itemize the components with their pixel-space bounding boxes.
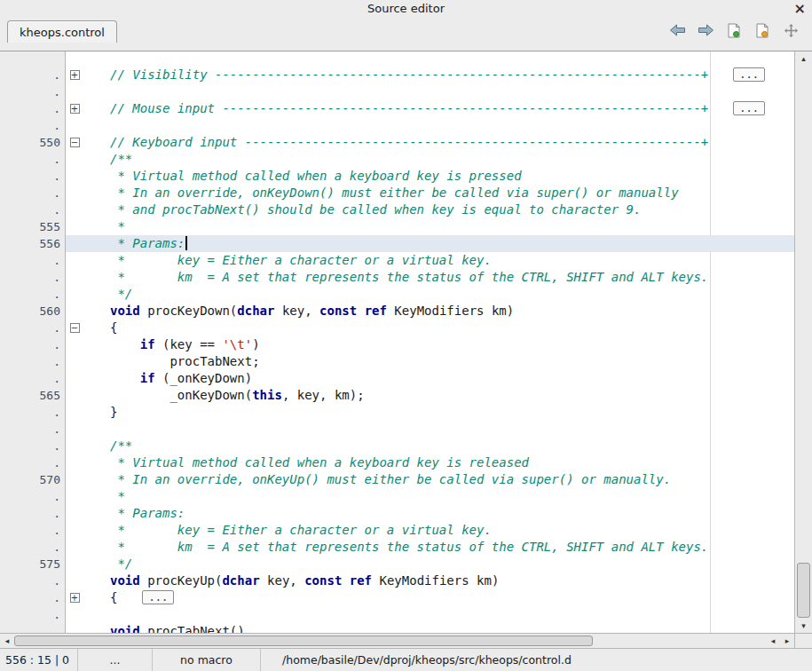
code-line[interactable]: . * key = Either a character or a virtua… bbox=[0, 522, 794, 539]
code-line[interactable]: .+// Mouse input -----------------------… bbox=[0, 100, 794, 117]
code-line[interactable]: . if (_onKeyDown) bbox=[0, 370, 794, 387]
tab-kheops-control[interactable]: kheops.control bbox=[7, 20, 117, 43]
source-editor-window: Source editor × kheops.control bbox=[0, 0, 812, 671]
vertical-scrollbar-thumb[interactable] bbox=[797, 563, 810, 618]
code-line[interactable]: . procTabNext; bbox=[0, 353, 794, 370]
line-text: /** bbox=[83, 151, 132, 168]
code-token: // Visibility --------------------------… bbox=[110, 67, 708, 82]
fold-spacer bbox=[66, 404, 83, 421]
code-line[interactable]: . if (key == '\t') bbox=[0, 336, 794, 353]
go-back-button[interactable] bbox=[668, 21, 686, 39]
vertical-scrollbar[interactable]: ▴ ▾ bbox=[794, 51, 812, 633]
code-line[interactable]: . * Virtual method called when a keyboar… bbox=[0, 454, 794, 471]
line-text: { bbox=[83, 320, 117, 336]
line-text: // Visibility --------------------------… bbox=[83, 67, 765, 83]
code-line[interactable]: . * Params: bbox=[0, 505, 794, 522]
scrollbar-corner bbox=[794, 634, 812, 648]
line-text: * bbox=[83, 218, 125, 235]
code-token: void bbox=[110, 573, 140, 588]
fold-spacer bbox=[66, 353, 83, 370]
code-line[interactable]: 575 */ bbox=[0, 556, 794, 572]
code-line[interactable]: . bbox=[0, 421, 794, 438]
line-text bbox=[83, 83, 110, 100]
line-number: . bbox=[0, 100, 66, 117]
code-line[interactable]: . */ bbox=[0, 286, 794, 303]
code-line[interactable]: . bbox=[0, 117, 794, 134]
code-line[interactable]: .−{ bbox=[0, 320, 794, 336]
line-text: void procKeyUp(dchar key, const ref KeyM… bbox=[83, 572, 499, 589]
save-document-button[interactable] bbox=[753, 21, 771, 39]
fold-marker[interactable]: + bbox=[66, 67, 83, 83]
code-line[interactable]: ./** bbox=[0, 438, 794, 454]
go-forward-button[interactable] bbox=[697, 21, 714, 39]
fold-spacer bbox=[66, 488, 83, 505]
code-line[interactable]: .void procKeyUp(dchar key, const ref Key… bbox=[0, 572, 794, 589]
code-line[interactable]: . * and procTabNext() should be called w… bbox=[0, 201, 794, 218]
new-document-button[interactable] bbox=[725, 21, 743, 39]
scroll-up-icon[interactable]: ▴ bbox=[795, 51, 812, 66]
code-token: key, bbox=[260, 573, 305, 588]
detach-editor-button[interactable] bbox=[782, 21, 800, 39]
folded-code-ellipsis[interactable]: ... bbox=[733, 67, 765, 82]
detach-move-icon bbox=[784, 24, 798, 37]
line-text: * In an override, onKeyUp() must either … bbox=[83, 471, 671, 488]
code-line[interactable]: . * km = A set that represents the statu… bbox=[0, 539, 794, 556]
fold-expand-icon[interactable]: + bbox=[70, 593, 80, 603]
line-number: . bbox=[0, 336, 66, 353]
line-number: . bbox=[0, 269, 66, 286]
code-token: * Virtual method called when a keyboard … bbox=[110, 455, 529, 470]
code-line[interactable]: . * In an override, onKeyDown() must eit… bbox=[0, 185, 794, 201]
line-number: . bbox=[0, 151, 66, 168]
horizontal-scrollbar-track[interactable] bbox=[14, 634, 766, 648]
folded-code-ellipsis[interactable]: ... bbox=[733, 101, 765, 115]
line-text: void procTabNext() bbox=[83, 623, 245, 633]
fold-spacer bbox=[66, 370, 83, 387]
code-line[interactable]: . bbox=[0, 606, 794, 623]
fold-spacer bbox=[66, 505, 83, 522]
code-line[interactable]: . * km = A set that represents the statu… bbox=[0, 269, 794, 286]
fold-marker[interactable]: + bbox=[66, 589, 83, 606]
folded-code-ellipsis[interactable]: ... bbox=[142, 590, 174, 604]
scroll-left-icon[interactable]: ◂ bbox=[0, 634, 14, 648]
fold-collapse-icon[interactable]: − bbox=[70, 323, 80, 333]
caret-position: 556 : 15 | 0 bbox=[0, 649, 78, 671]
horizontal-scrollbar[interactable]: ◂ ◂ ▸ bbox=[0, 633, 812, 648]
fold-collapse-icon[interactable]: − bbox=[70, 138, 80, 147]
code-line[interactable]: 555 * bbox=[0, 218, 794, 235]
code-line[interactable]: 570 * In an override, onKeyUp() must eit… bbox=[0, 471, 794, 488]
code-line[interactable]: . * Virtual method called when a keyboar… bbox=[0, 168, 794, 185]
code-token: * In an override, onKeyDown() must eithe… bbox=[110, 186, 679, 200]
scroll-left-secondary-icon[interactable]: ◂ bbox=[766, 634, 780, 648]
code-line[interactable]: .+{... bbox=[0, 589, 794, 606]
back-arrow-icon bbox=[669, 24, 686, 36]
code-line[interactable]: . * bbox=[0, 488, 794, 505]
fold-expand-icon[interactable]: + bbox=[70, 70, 80, 80]
fold-marker[interactable]: − bbox=[66, 134, 83, 151]
code-line[interactable]: . bbox=[0, 83, 794, 100]
fold-expand-icon[interactable]: + bbox=[70, 104, 80, 114]
fold-marker[interactable]: − bbox=[66, 320, 83, 336]
code-token: '\t' bbox=[222, 337, 252, 351]
code-token: // Mouse input -------------------------… bbox=[110, 101, 708, 115]
close-icon[interactable]: × bbox=[794, 0, 806, 17]
scroll-right-icon[interactable]: ▸ bbox=[780, 634, 794, 648]
code-token bbox=[110, 337, 140, 351]
code-line[interactable]: . * key = Either a character or a virtua… bbox=[0, 252, 794, 269]
code-token: const bbox=[319, 304, 357, 318]
code-line[interactable]: .+// Visibility ------------------------… bbox=[0, 67, 794, 83]
code-token: dchar bbox=[237, 304, 274, 318]
code-token: * key = Either a character or a virtual … bbox=[110, 523, 492, 537]
code-token: (key == bbox=[155, 337, 223, 351]
code-line[interactable]: 556 * Params: bbox=[0, 235, 794, 252]
line-text: // Mouse input -------------------------… bbox=[83, 100, 765, 117]
code-area[interactable]: .+// Visibility ------------------------… bbox=[0, 51, 794, 633]
code-line[interactable]: .void procTabNext() bbox=[0, 623, 794, 633]
code-line[interactable]: 565 _onKeyDown(this, key, km); bbox=[0, 387, 794, 404]
code-line[interactable]: 560void procKeyDown(dchar key, const ref… bbox=[0, 303, 794, 320]
code-line[interactable]: .} bbox=[0, 404, 794, 421]
fold-marker[interactable]: + bbox=[66, 100, 83, 117]
code-line[interactable]: ./** bbox=[0, 151, 794, 168]
code-line[interactable]: 550−// Keyboard input ------------------… bbox=[0, 134, 794, 151]
scroll-down-icon[interactable]: ▾ bbox=[795, 619, 812, 633]
horizontal-scrollbar-thumb[interactable] bbox=[14, 635, 593, 646]
